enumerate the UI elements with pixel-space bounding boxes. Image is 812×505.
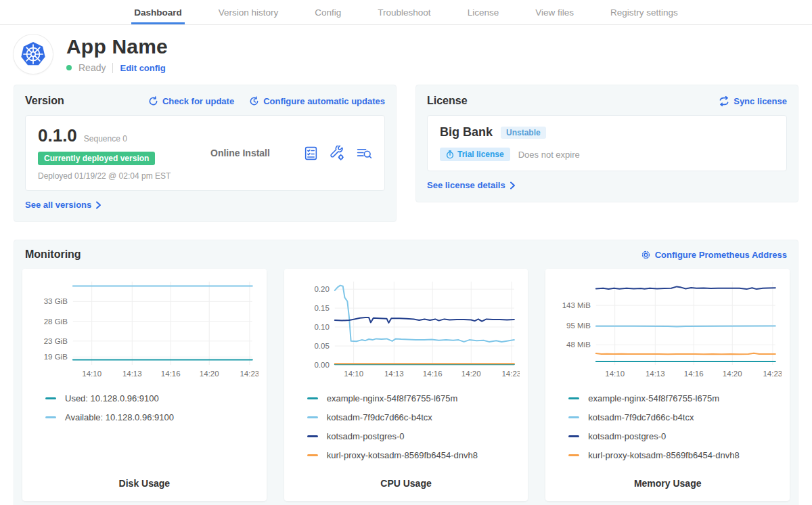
memory-usage-chart-card: 14:1014:1314:1614:2014:2348 MiB95 MiB143… — [545, 269, 790, 501]
svg-text:14:13: 14:13 — [384, 370, 404, 378]
legend-item: kurl-proxy-kotsadm-8569fb6454-dnvh8 — [568, 450, 782, 460]
legend-item: kotsadm-postgres-0 — [568, 431, 782, 441]
check-for-update-link[interactable]: Check for update — [148, 96, 234, 106]
tab-view-files[interactable]: View files — [533, 2, 577, 24]
svg-text:0.10: 0.10 — [314, 323, 329, 331]
legend-label: Available: 10.128.0.96:9100 — [65, 412, 174, 422]
ready-status-dot — [66, 65, 72, 70]
legend-label: kotsadm-7f9dc7d66c-b4tcx — [327, 412, 432, 422]
memory-usage-chart: 14:1014:1314:1614:2014:2348 MiB95 MiB143… — [554, 277, 782, 385]
legend-label: kurl-proxy-kotsadm-8569fb6454-dnvh8 — [588, 450, 739, 460]
svg-text:14:16: 14:16 — [161, 370, 181, 378]
edit-config-link[interactable]: Edit config — [120, 63, 165, 73]
chevron-right-icon — [510, 181, 516, 190]
configure-prometheus-label: Configure Prometheus Address — [655, 250, 787, 260]
svg-text:14:23: 14:23 — [501, 370, 520, 378]
svg-text:14:10: 14:10 — [606, 370, 625, 378]
license-expiry: Does not expire — [518, 150, 580, 160]
gear-icon — [641, 250, 651, 260]
svg-text:14:13: 14:13 — [122, 370, 142, 378]
svg-text:14:10: 14:10 — [82, 370, 102, 378]
chart-title: Memory Usage — [554, 478, 782, 491]
legend-swatch — [45, 416, 56, 418]
version-number: 0.1.0 — [38, 125, 77, 146]
version-card-title: Version — [25, 95, 64, 107]
legend-label: kotsadm-7f9dc7d66c-b4tcx — [588, 412, 694, 422]
svg-text:14:10: 14:10 — [344, 370, 363, 378]
svg-text:0.05: 0.05 — [314, 342, 329, 350]
memory-usage-legend: example-nginx-54f8f76755-l675mkotsadm-7f… — [554, 393, 782, 460]
svg-text:0.20: 0.20 — [314, 285, 329, 293]
current-version-panel: 0.1.0 Sequence 0 Currently deployed vers… — [25, 115, 385, 191]
svg-text:23 GiB: 23 GiB — [44, 337, 68, 345]
disk-usage-chart: 14:1014:1314:1614:2014:2319 GiB23 GiB28 … — [30, 277, 258, 385]
legend-item: Available: 10.128.0.96:9100 — [45, 412, 258, 422]
legend-item: example-nginx-54f8f76755-l675m — [307, 393, 520, 403]
legend-item: kotsadm-postgres-0 — [307, 431, 520, 441]
tab-license[interactable]: License — [465, 2, 502, 24]
chevron-right-icon — [95, 201, 102, 209]
configure-wrench-icon[interactable] — [330, 146, 345, 161]
svg-text:14:20: 14:20 — [723, 370, 742, 378]
license-panel: Big Bank Unstable Trial license Does not… — [427, 115, 787, 171]
legend-swatch — [45, 397, 56, 399]
svg-text:14:13: 14:13 — [646, 370, 665, 378]
svg-text:14:16: 14:16 — [684, 370, 704, 378]
svg-text:95 MiB: 95 MiB — [566, 322, 591, 330]
svg-text:143 MiB: 143 MiB — [562, 301, 591, 309]
sync-arrows-icon — [719, 96, 729, 106]
channel-badge: Unstable — [501, 127, 546, 139]
disk-usage-legend: Used: 10.128.0.96:9100Available: 10.128.… — [30, 393, 258, 422]
legend-item: kotsadm-7f9dc7d66c-b4tcx — [307, 412, 520, 422]
svg-text:33 GiB: 33 GiB — [44, 297, 68, 305]
legend-label: kotsadm-postgres-0 — [327, 431, 405, 441]
chart-title: Disk Usage — [30, 478, 258, 491]
legend-item: example-nginx-54f8f76755-l675m — [568, 393, 782, 403]
legend-item: kotsadm-7f9dc7d66c-b4tcx — [568, 412, 782, 422]
svg-text:14:23: 14:23 — [763, 370, 782, 378]
clock-refresh-icon — [249, 96, 259, 106]
legend-label: example-nginx-54f8f76755-l675m — [327, 393, 458, 403]
version-card: Version Check for update — [14, 85, 397, 222]
see-license-details-link[interactable]: See license details — [427, 180, 516, 190]
app-header: App Name Ready Edit config — [14, 35, 798, 74]
legend-swatch — [307, 435, 318, 437]
tab-registry-settings[interactable]: Registry settings — [608, 2, 681, 24]
legend-swatch — [568, 416, 579, 418]
preflight-checks-icon[interactable] — [303, 146, 319, 161]
tab-troubleshoot[interactable]: Troubleshoot — [375, 2, 433, 24]
deployed-timestamp: Deployed 01/19/22 @ 02:04 pm EST — [38, 171, 210, 181]
legend-swatch — [568, 435, 579, 437]
legend-swatch — [307, 416, 318, 418]
version-sequence: Sequence 0 — [84, 134, 127, 144]
see-all-versions-label: See all versions — [25, 200, 91, 210]
tab-config[interactable]: Config — [312, 2, 344, 24]
app-status-text: Ready — [78, 62, 106, 73]
tab-dashboard[interactable]: Dashboard — [131, 2, 185, 24]
configure-prometheus-link[interactable]: Configure Prometheus Address — [641, 250, 787, 260]
legend-item: kurl-proxy-kotsadm-8569fb6454-dnvh8 — [307, 450, 520, 460]
svg-text:0.00: 0.00 — [314, 361, 329, 369]
license-card-title: License — [427, 95, 468, 107]
view-logs-icon[interactable] — [356, 146, 372, 161]
legend-item: Used: 10.128.0.96:9100 — [45, 393, 258, 403]
cpu-usage-chart: 14:1014:1314:1614:2014:230.000.050.100.1… — [292, 277, 520, 385]
legend-swatch — [568, 454, 579, 456]
cpu-usage-legend: example-nginx-54f8f76755-l675mkotsadm-7f… — [292, 393, 520, 460]
svg-text:28 GiB: 28 GiB — [44, 317, 68, 326]
refresh-icon — [148, 96, 158, 106]
svg-text:19 GiB: 19 GiB — [44, 353, 68, 361]
top-navigation: Dashboard Version history Config Trouble… — [0, 0, 812, 25]
configure-automatic-updates-link[interactable]: Configure automatic updates — [249, 96, 385, 106]
sync-license-link[interactable]: Sync license — [719, 96, 787, 106]
license-card: License Sync license Big Bank Unstable — [415, 85, 798, 202]
trial-license-label: Trial license — [457, 150, 504, 159]
legend-label: kotsadm-postgres-0 — [588, 431, 666, 441]
app-title: App Name — [66, 35, 168, 58]
monitoring-section: Monitoring Configure Prometheus Address … — [14, 240, 798, 505]
see-all-versions-link[interactable]: See all versions — [25, 200, 102, 210]
legend-label: Used: 10.128.0.96:9100 — [65, 393, 159, 403]
tab-version-history[interactable]: Version history — [216, 2, 281, 24]
legend-label: example-nginx-54f8f76755-l675m — [588, 393, 719, 403]
divider — [112, 63, 113, 73]
